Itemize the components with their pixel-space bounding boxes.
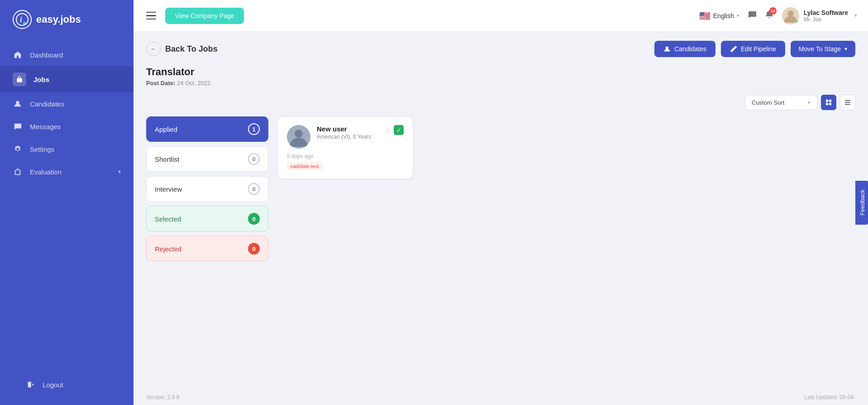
company-name: Lylac Software bbox=[804, 9, 848, 16]
chevron-down-icon: ▾ bbox=[737, 13, 739, 19]
candidate-avatar bbox=[287, 125, 310, 149]
grid-view-button[interactable] bbox=[821, 95, 836, 110]
page-header: ← Back To Jobs Candidates Edit Pipeline … bbox=[146, 41, 855, 57]
svg-rect-13 bbox=[845, 102, 850, 103]
language-selector[interactable]: 🇺🇸 English ▾ bbox=[699, 10, 739, 21]
stage-label: Rejected bbox=[155, 245, 181, 253]
chevron-down-icon: ▾ bbox=[118, 169, 121, 175]
back-to-jobs-link[interactable]: ← Back To Jobs bbox=[146, 42, 218, 56]
sidebar-item-label: Dashboard bbox=[30, 51, 63, 59]
notification-badge: 13 bbox=[769, 7, 777, 14]
candidate-card: New user American (VI), 0 Years ☆ ✓ 5 da… bbox=[277, 116, 413, 179]
stage-label: Interview bbox=[155, 185, 182, 193]
flag-icon: 🇺🇸 bbox=[699, 10, 711, 21]
messages-icon bbox=[13, 121, 23, 131]
sidebar-item-label: Messages bbox=[30, 123, 61, 130]
chevron-down-icon: ▾ bbox=[808, 100, 811, 106]
avatar bbox=[782, 7, 799, 24]
feedback-button[interactable]: Feedback bbox=[855, 180, 868, 224]
svg-rect-9 bbox=[829, 100, 831, 102]
sidebar-item-jobs[interactable]: Jobs bbox=[0, 66, 134, 92]
stage-badge-shortlist: 0 bbox=[248, 153, 260, 165]
chat-button[interactable] bbox=[748, 10, 757, 21]
svg-point-0 bbox=[16, 14, 28, 25]
candidate-tag: cadidate test bbox=[287, 162, 322, 170]
stage-item-selected[interactable]: Selected 0 bbox=[146, 206, 268, 231]
content: ← Back To Jobs Candidates Edit Pipeline … bbox=[134, 32, 868, 390]
stage-list: Applied 1 Shortlist 0 Interview 0 Select… bbox=[146, 116, 268, 261]
stage-label: Shortlist bbox=[155, 155, 179, 163]
header-actions: Candidates Edit Pipeline Move To Stage ▾ bbox=[654, 41, 855, 57]
home-icon bbox=[13, 50, 23, 60]
sidebar-item-candidates[interactable]: Candidates bbox=[0, 92, 134, 115]
sort-dropdown[interactable]: Custom Sort ▾ bbox=[745, 95, 817, 110]
jobs-icon bbox=[13, 72, 26, 86]
job-postdate: Post Date: 24 Oct, 2022 bbox=[146, 80, 855, 87]
stage-item-rejected[interactable]: Rejected 0 bbox=[146, 236, 268, 261]
logo-icon: i bbox=[13, 10, 32, 29]
svg-point-6 bbox=[787, 10, 794, 17]
job-title-area: Translator Post Date: 24 Oct, 2022 bbox=[146, 66, 855, 87]
sidebar-bottom: Logout bbox=[0, 367, 134, 405]
stage-item-shortlist[interactable]: Shortlist 0 bbox=[146, 146, 268, 172]
last-updated-label: Last Updated: 09-04- bbox=[804, 394, 855, 400]
candidates-icon bbox=[13, 99, 23, 109]
svg-point-4 bbox=[16, 101, 19, 104]
sidebar-item-label: Candidates bbox=[30, 100, 64, 108]
sidebar-item-messages[interactable]: Messages bbox=[0, 115, 134, 138]
svg-rect-8 bbox=[826, 100, 828, 102]
back-label: Back To Jobs bbox=[165, 44, 218, 54]
stage-label: Selected bbox=[155, 215, 181, 223]
svg-rect-3 bbox=[17, 78, 22, 82]
topbar-left: View Company Page bbox=[144, 8, 244, 24]
candidate-time: 5 days ago bbox=[287, 153, 404, 159]
sidebar-nav: Dashboard Jobs Candidates Messages Setti bbox=[0, 39, 134, 367]
sidebar-logout-label: Logout bbox=[43, 381, 63, 389]
move-to-stage-button[interactable]: Move To Stage ▾ bbox=[791, 41, 855, 57]
sidebar-item-logout[interactable]: Logout bbox=[13, 373, 121, 396]
evaluation-icon bbox=[13, 167, 23, 177]
stage-item-applied[interactable]: Applied 1 bbox=[146, 116, 268, 142]
pipeline-section: Applied 1 Shortlist 0 Interview 0 Select… bbox=[146, 116, 855, 261]
svg-rect-14 bbox=[845, 104, 850, 105]
stage-badge-applied: 1 bbox=[248, 123, 260, 135]
stage-badge-selected: 0 bbox=[248, 213, 260, 225]
svg-rect-12 bbox=[845, 100, 850, 101]
svg-rect-10 bbox=[826, 103, 828, 105]
candidates-button[interactable]: Candidates bbox=[654, 41, 715, 57]
notification-button[interactable]: 13 bbox=[765, 10, 774, 21]
user-status-indicator bbox=[795, 20, 799, 24]
edit-pipeline-button[interactable]: Edit Pipeline bbox=[721, 41, 785, 57]
topbar-right: 🇺🇸 English ▾ 13 bbox=[699, 7, 857, 24]
candidate-location: American (VI), 0 Years bbox=[317, 134, 378, 140]
stage-item-interview[interactable]: Interview 0 bbox=[146, 176, 268, 202]
sort-controls: Custom Sort ▾ bbox=[146, 95, 855, 110]
sidebar-item-label: Evaluation bbox=[30, 168, 62, 176]
user-info[interactable]: Lylac Software Mr. Joe ▾ bbox=[782, 7, 857, 24]
language-label: English bbox=[713, 12, 734, 19]
user-role: Mr. Joe bbox=[804, 16, 848, 23]
sort-label: Custom Sort bbox=[752, 99, 784, 106]
view-company-button[interactable]: View Company Page bbox=[165, 8, 244, 24]
svg-rect-11 bbox=[829, 103, 831, 105]
sidebar-item-label: Jobs bbox=[33, 76, 49, 83]
app-name: easy.jobs bbox=[36, 14, 81, 25]
svg-point-16 bbox=[295, 130, 303, 138]
list-view-button[interactable] bbox=[840, 95, 855, 110]
logout-icon bbox=[25, 380, 35, 390]
star-button[interactable]: ☆ bbox=[385, 126, 391, 135]
sidebar: i easy.jobs Dashboard Jobs Candidates bbox=[0, 0, 134, 405]
logo: i easy.jobs bbox=[0, 0, 134, 39]
topbar: View Company Page 🇺🇸 English ▾ 13 bbox=[134, 0, 868, 32]
sidebar-item-label: Settings bbox=[30, 145, 54, 153]
sidebar-item-dashboard[interactable]: Dashboard bbox=[0, 43, 134, 66]
candidates-panel: New user American (VI), 0 Years ☆ ✓ 5 da… bbox=[277, 116, 855, 179]
svg-point-7 bbox=[666, 46, 668, 49]
check-button[interactable]: ✓ bbox=[394, 125, 404, 135]
stage-label: Applied bbox=[155, 125, 177, 133]
sidebar-item-evaluation[interactable]: Evaluation ▾ bbox=[0, 160, 134, 183]
menu-toggle-button[interactable] bbox=[144, 10, 158, 22]
candidate-name: New user bbox=[317, 125, 378, 133]
sidebar-item-settings[interactable]: Settings bbox=[0, 138, 134, 160]
settings-icon bbox=[13, 144, 23, 154]
